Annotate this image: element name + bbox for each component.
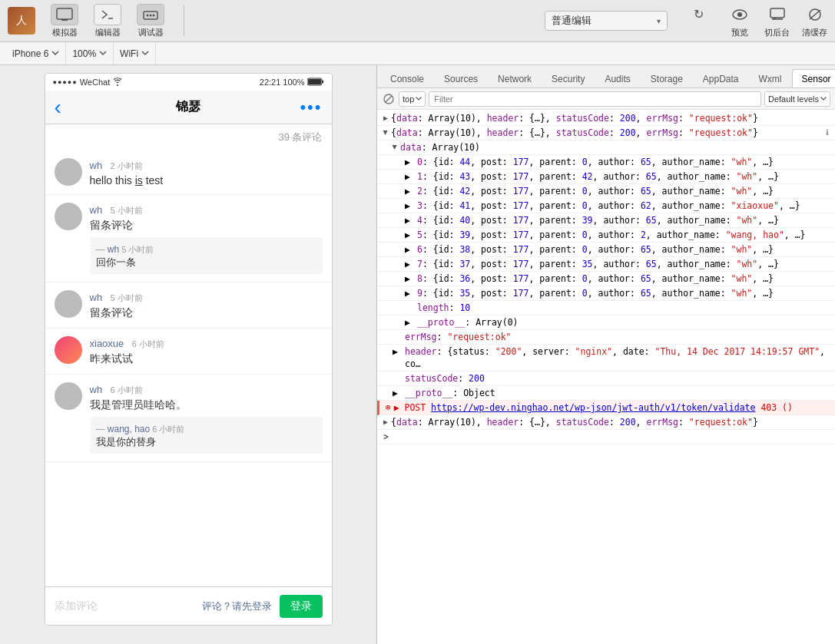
signal-dots: ●●●●● <box>53 78 78 86</box>
eye-icon <box>727 4 752 25</box>
console-line: ▶ data: Array(10) <box>377 140 835 155</box>
console-content: 4: {id: 40, post: 177, parent: 39, autho… <box>417 214 829 226</box>
compile-dropdown-icon: ▾ <box>657 17 661 25</box>
debugger-button[interactable]: 调试器 <box>137 4 164 38</box>
levels-select[interactable]: Default levels <box>764 91 830 107</box>
comment-text: 留条评论 <box>90 306 323 320</box>
console-line: ▶ length: 10 <box>377 301 835 315</box>
console-line: ▶ 0: {id: 44, post: 177, parent: 0, auth… <box>377 155 835 170</box>
console-line: ▶ {data: Array(10), header: {…}, statusC… <box>377 415 835 430</box>
console-line: ▶ errMsg: "request:ok" <box>377 330 835 345</box>
console-line: ▶ 7: {id: 37, post: 177, parent: 35, aut… <box>377 257 835 272</box>
comment-body: wh 2 小时前 hello this is test <box>90 158 323 187</box>
tab-security[interactable]: Security <box>542 69 595 88</box>
tab-sensor[interactable]: Sensor <box>792 69 835 88</box>
app-name: WeChat <box>80 78 111 87</box>
comment-body: xiaoxue 6 小时前 昨来试试 <box>90 336 323 366</box>
comment-username: wh <box>90 292 103 303</box>
console-content: __proto__: Object <box>405 387 829 399</box>
user-avatar: 人 <box>8 7 35 35</box>
tab-network[interactable]: Network <box>488 69 542 88</box>
console-line: ▶ 5: {id: 39, post: 177, parent: 0, auth… <box>377 228 835 243</box>
filter-input[interactable] <box>429 91 761 107</box>
console-prompt: > <box>383 431 389 443</box>
comment-reply: — wang, hao 6 小时前 我是你的替身 <box>90 417 323 454</box>
nav-title: 锦瑟 <box>176 99 200 115</box>
network-value: WiFi <box>120 48 138 59</box>
refresh-button[interactable]: ↻ 普通编辑 <box>681 4 715 38</box>
tab-wxml[interactable]: Wxml <box>749 69 792 88</box>
comment-text: 我是管理员哇哈哈。 <box>90 398 323 412</box>
arrow-placeholder: ▶ <box>393 345 402 358</box>
simulator-label: 模拟器 <box>52 27 78 38</box>
network-select[interactable]: WiFi <box>114 42 156 64</box>
simulator-button[interactable]: 模拟器 <box>51 4 78 38</box>
error-icon: ⊗ <box>386 401 391 414</box>
console-content: {data: Array(10), header: {…}, statusCod… <box>391 416 829 428</box>
backend-label: 切后台 <box>764 27 790 38</box>
svg-point-3 <box>147 14 149 16</box>
console-content: {data: Array(10), header: {…}, statusCod… <box>391 127 820 139</box>
comment-avatar <box>55 290 82 318</box>
preview-button[interactable]: 预览 <box>727 4 752 38</box>
arrow-placeholder: ▶ <box>405 258 414 270</box>
comment-text: 留条评论 <box>90 219 323 233</box>
console-line: ▶ statusCode: 200 <box>377 372 835 386</box>
expand-arrow[interactable]: ▶ <box>389 145 401 150</box>
tab-sources[interactable]: Sources <box>434 69 488 88</box>
comment-item: wh 5 小时前 留条评论 <box>45 282 332 329</box>
zoom-select[interactable]: 100% <box>66 42 114 64</box>
console-content: errMsg: "request:ok" <box>405 331 829 343</box>
svg-rect-8 <box>770 8 784 18</box>
console-content: 0: {id: 44, post: 177, parent: 0, author… <box>417 156 829 168</box>
console-content: data: Array(10) <box>400 141 829 154</box>
expand-arrow[interactable]: ▶ <box>383 416 388 428</box>
tab-appdata[interactable]: AppData <box>693 69 749 88</box>
main-area: ●●●●● WeChat 22:21 100% ‹ 锦瑟 <box>0 65 835 644</box>
error-url[interactable]: https://wp-dev.ninghao.net/wp-json/jwt-a… <box>431 402 755 413</box>
console-content: 6: {id: 38, post: 177, parent: 0, author… <box>417 243 829 256</box>
status-right: 22:21 100% <box>260 78 324 88</box>
console-input-line[interactable]: > <box>377 430 835 444</box>
editor-button[interactable]: 编辑器 <box>94 4 121 38</box>
tab-console[interactable]: Console <box>380 69 434 88</box>
comment-item: xiaoxue 6 小时前 昨来试试 <box>45 329 332 375</box>
svg-point-7 <box>737 12 742 17</box>
nav-back-button[interactable]: ‹ <box>55 97 61 118</box>
comment-item: wh 2 小时前 hello this is test <box>45 150 332 195</box>
backend-button[interactable]: 切后台 <box>764 4 790 38</box>
phone-content: 39 条评论 wh 2 小时前 hello this is test wh <box>45 124 332 586</box>
debugger-icon <box>137 4 164 25</box>
login-hint: 评论？请先登录 <box>202 599 272 613</box>
svg-point-4 <box>150 14 152 16</box>
device-select[interactable]: iPhone 6 <box>6 42 66 64</box>
compile-select[interactable]: 普通编辑 ▾ <box>545 11 668 31</box>
tab-audits[interactable]: Audits <box>595 69 640 88</box>
arrow-placeholder: ▶ <box>405 272 414 285</box>
phone-nav-bar: ‹ 锦瑟 ••• <box>45 91 332 124</box>
svg-point-10 <box>117 84 118 86</box>
comment-reply: — wh 5 小时前 回你一条 <box>90 237 323 274</box>
reply-time: 5 小时前 <box>119 245 154 254</box>
zoom-value: 100% <box>72 48 96 59</box>
add-comment-input[interactable]: 添加评论 <box>55 599 194 613</box>
block-icon[interactable] <box>382 92 396 106</box>
svg-point-5 <box>153 14 155 16</box>
editor-icon <box>94 4 121 25</box>
svg-rect-12 <box>322 80 323 83</box>
clear-button[interactable]: 清缓存 <box>802 4 827 38</box>
arrow-placeholder: ▶ <box>405 316 414 329</box>
arrow-placeholder: ▶ <box>405 229 414 241</box>
comment-avatar <box>55 203 82 230</box>
arrow-placeholder: ▶ <box>405 287 414 299</box>
expand-arrow[interactable]: ▶ <box>383 112 388 124</box>
nav-more-button[interactable]: ••• <box>300 97 322 117</box>
devtools-tabs: Console Sources Network Security Audits … <box>377 65 835 88</box>
tab-storage[interactable]: Storage <box>641 69 693 88</box>
context-selector[interactable]: top <box>399 91 426 107</box>
login-button[interactable]: 登录 <box>280 595 323 618</box>
expand-arrow[interactable]: ▶ <box>379 130 392 135</box>
device-name: iPhone 6 <box>12 48 48 59</box>
comment-time: 5 小时前 <box>111 293 143 302</box>
status-left: ●●●●● WeChat <box>53 78 124 88</box>
